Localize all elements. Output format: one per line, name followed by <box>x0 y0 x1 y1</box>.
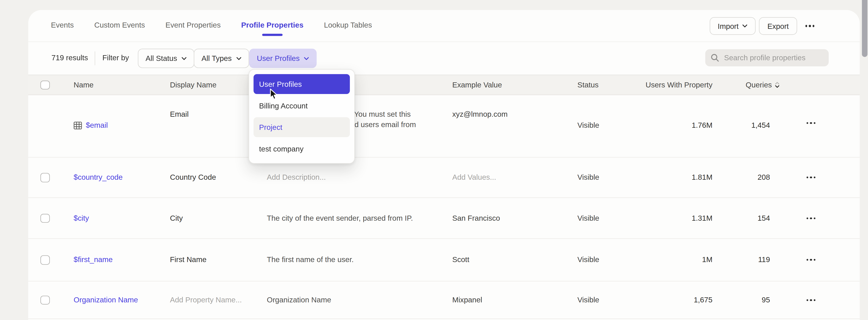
example-value-cell[interactable]: Mixpanel <box>452 295 571 305</box>
filter-by-label: Filter by <box>102 54 129 63</box>
users-with-property-cell: 1.76M <box>631 121 713 130</box>
display-name-cell[interactable]: Country Code <box>170 173 216 182</box>
tab-lookup-tables[interactable]: Lookup Tables <box>324 21 372 30</box>
col-header-queries-label: Queries <box>746 80 772 89</box>
description-cell[interactable]: Organization Name <box>267 295 445 305</box>
status-cell[interactable]: Visible <box>578 295 599 305</box>
queries-cell: 95 <box>714 295 770 305</box>
status-filter-dropdown[interactable]: All Status <box>138 48 194 68</box>
ellipsis-icon <box>807 259 815 261</box>
export-button-label: Export <box>768 22 789 30</box>
row-checkbox[interactable] <box>40 255 50 264</box>
menu-item-test-company[interactable]: test company <box>253 139 350 159</box>
menu-item-billing-account[interactable]: Billing Account <box>253 96 350 116</box>
status-cell[interactable]: Visible <box>578 173 599 182</box>
users-with-property-cell: 1M <box>631 255 713 264</box>
col-header-name[interactable]: Name <box>74 80 94 89</box>
tab-event-properties[interactable]: Event Properties <box>165 21 221 30</box>
ellipsis-icon <box>807 122 815 124</box>
table-row[interactable]: Organization Name Add Property Name... O… <box>28 281 860 319</box>
select-all-checkbox[interactable] <box>40 80 50 90</box>
entity-dropdown-menu: User Profiles Billing Account Project te… <box>249 69 355 164</box>
row-actions-button[interactable] <box>803 299 819 301</box>
table-row[interactable]: $city City The city of the event sender,… <box>28 198 860 239</box>
menu-item-user-profiles[interactable]: User Profiles <box>253 74 350 94</box>
tabs-divider <box>28 41 860 42</box>
col-header-example-value[interactable]: Example Value <box>452 80 571 89</box>
display-name-cell[interactable]: Email <box>170 110 189 119</box>
property-name-link[interactable]: $city <box>74 214 89 223</box>
property-name-link[interactable]: Organization Name <box>74 295 138 305</box>
description-cell[interactable]: Add Description... <box>267 173 445 182</box>
entity-filter-dropdown[interactable]: User Profiles <box>249 48 317 68</box>
select-all-checkbox-wrap <box>40 80 50 90</box>
col-header-display-name[interactable]: Display Name <box>170 80 216 89</box>
chevron-down-icon <box>182 57 187 60</box>
users-with-property-cell: 1,675 <box>631 295 713 305</box>
ellipsis-icon <box>807 177 815 178</box>
row-checkbox-wrap <box>40 214 50 223</box>
display-name-cell[interactable]: City <box>170 214 183 223</box>
import-button[interactable]: Import <box>709 17 755 35</box>
ellipsis-icon <box>807 217 815 219</box>
more-actions-button[interactable] <box>801 17 819 35</box>
search-icon <box>711 54 719 62</box>
queries-cell: 208 <box>714 173 770 182</box>
table-row[interactable]: $email Email The user's email address. Y… <box>28 95 860 157</box>
queries-cell: 154 <box>714 214 770 223</box>
status-filter-label: All Status <box>146 54 177 62</box>
row-actions-button[interactable] <box>803 217 819 219</box>
filter-bar: 719 results Filter by All Status All Typ… <box>0 46 868 71</box>
status-cell[interactable]: Visible <box>578 214 599 223</box>
example-value-cell[interactable]: Scott <box>452 255 571 264</box>
entity-filter-label: User Profiles <box>257 54 300 62</box>
display-name-cell[interactable]: Add Property Name... <box>170 295 242 305</box>
type-filter-label: All Types <box>202 54 232 62</box>
menu-item-project[interactable]: Project <box>253 117 350 137</box>
tab-events[interactable]: Events <box>51 21 74 30</box>
sort-arrows-icon[interactable] <box>775 82 780 88</box>
ellipsis-icon <box>807 299 815 301</box>
row-actions-button[interactable] <box>803 177 819 178</box>
row-checkbox[interactable] <box>40 295 50 305</box>
description-cell[interactable]: The first name of the user. <box>267 255 445 264</box>
row-actions-button[interactable] <box>803 122 819 124</box>
col-header-queries[interactable]: Queries <box>746 80 780 89</box>
example-value-cell[interactable]: San Francisco <box>452 214 571 223</box>
row-checkbox[interactable] <box>40 214 50 223</box>
results-count: 719 results <box>52 54 88 63</box>
tab-custom-events[interactable]: Custom Events <box>94 21 145 30</box>
type-filter-dropdown[interactable]: All Types <box>194 48 249 68</box>
status-cell[interactable]: Visible <box>578 121 599 130</box>
description-cell[interactable]: The city of the event sender, parsed fro… <box>267 214 445 223</box>
table-grid-icon <box>74 121 82 129</box>
chevron-down-icon <box>742 25 747 28</box>
chevron-down-icon <box>304 57 309 60</box>
example-value-cell[interactable]: xyz@lmnop.com <box>452 110 571 119</box>
example-value-cell[interactable]: Add Values... <box>452 173 571 182</box>
lexicon-profile-properties-page: Events Custom Events Event Properties Pr… <box>0 0 868 320</box>
mouse-cursor-icon <box>270 88 279 101</box>
vertical-scrollbar[interactable] <box>862 0 867 57</box>
export-button[interactable]: Export <box>759 17 797 35</box>
row-checkbox[interactable] <box>40 173 50 182</box>
import-button-label: Import <box>718 22 739 30</box>
row-checkbox-wrap <box>40 255 50 264</box>
ellipsis-icon <box>805 25 814 27</box>
col-header-status[interactable]: Status <box>578 80 599 89</box>
col-header-users-with-property[interactable]: Users With Property <box>631 80 713 89</box>
users-with-property-cell: 1.81M <box>631 173 713 182</box>
property-name-link[interactable]: $first_name <box>74 255 113 264</box>
lexicon-tabs: Events Custom Events Event Properties Pr… <box>51 21 372 30</box>
row-checkbox-wrap <box>40 173 50 182</box>
row-actions-button[interactable] <box>803 259 819 261</box>
search-input[interactable] <box>724 54 823 62</box>
property-name-link[interactable]: $country_code <box>74 173 123 182</box>
display-name-cell[interactable]: First Name <box>170 255 207 264</box>
table-header-row: Name Display Name Example Value Status U… <box>28 75 860 95</box>
table-row[interactable]: $first_name First Name The first name of… <box>28 239 860 282</box>
status-cell[interactable]: Visible <box>578 255 599 264</box>
tab-profile-properties[interactable]: Profile Properties <box>241 21 303 30</box>
table-row[interactable]: $country_code Country Code Add Descripti… <box>28 158 860 198</box>
property-name-link[interactable]: $email <box>86 121 108 130</box>
